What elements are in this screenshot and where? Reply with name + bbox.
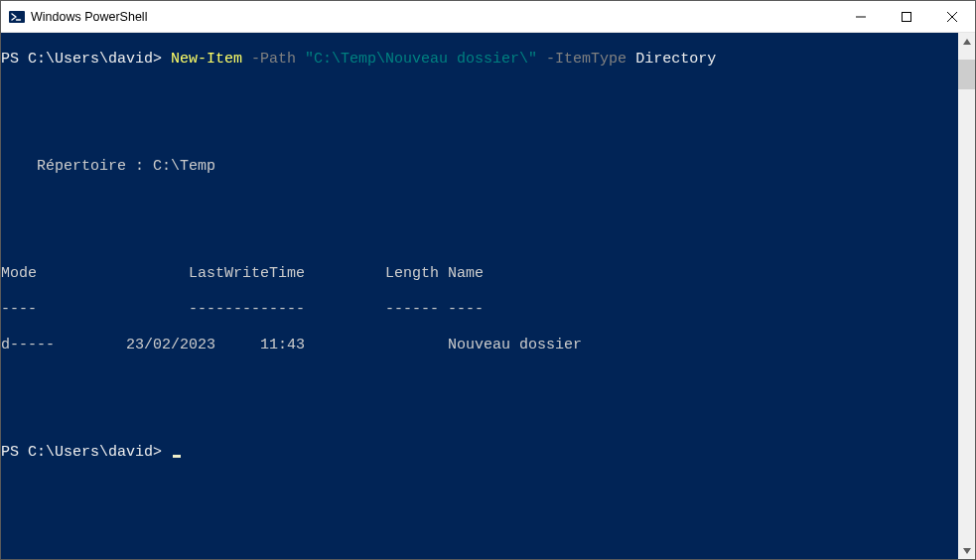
scroll-up-arrow[interactable]: [958, 33, 975, 50]
output-header: Mode LastWriteTime Length Name: [1, 265, 484, 282]
vertical-scrollbar[interactable]: [958, 33, 975, 559]
prompt-text: PS C:\Users\david>: [1, 51, 171, 68]
param-path-name: -Path: [242, 51, 305, 68]
output-directory: Répertoire : C:\Temp: [1, 158, 215, 175]
powershell-window: Windows PowerShell PS C:\Users\david> Ne…: [0, 0, 976, 560]
param-type-name: -ItemType: [537, 51, 635, 68]
param-path-value: "C:\Temp\Nouveau dossier\": [305, 51, 537, 68]
svg-rect-0: [9, 11, 25, 23]
cursor: [173, 455, 181, 458]
cmdlet-text: New-Item: [171, 51, 242, 68]
minimize-button[interactable]: [838, 1, 884, 32]
scroll-track[interactable]: [958, 50, 975, 542]
svg-rect-3: [903, 12, 911, 21]
window-title: Windows PowerShell: [31, 10, 147, 24]
output-row: d----- 23/02/2023 11:43 Nouveau dossier: [1, 337, 582, 353]
powershell-icon: [9, 9, 25, 25]
output-separator: ---- ------------- ------ ----: [1, 301, 484, 318]
close-button[interactable]: [929, 1, 975, 32]
scroll-thumb[interactable]: [958, 60, 975, 89]
maximize-button[interactable]: [884, 1, 929, 32]
param-type-value: Directory: [635, 51, 716, 68]
titlebar[interactable]: Windows PowerShell: [1, 1, 975, 33]
next-prompt: PS C:\Users\david>: [1, 444, 171, 461]
scroll-down-arrow[interactable]: [958, 542, 975, 559]
client-area: PS C:\Users\david> New-Item -Path "C:\Te…: [1, 33, 975, 559]
terminal[interactable]: PS C:\Users\david> New-Item -Path "C:\Te…: [1, 33, 958, 559]
window-controls: [838, 1, 975, 32]
